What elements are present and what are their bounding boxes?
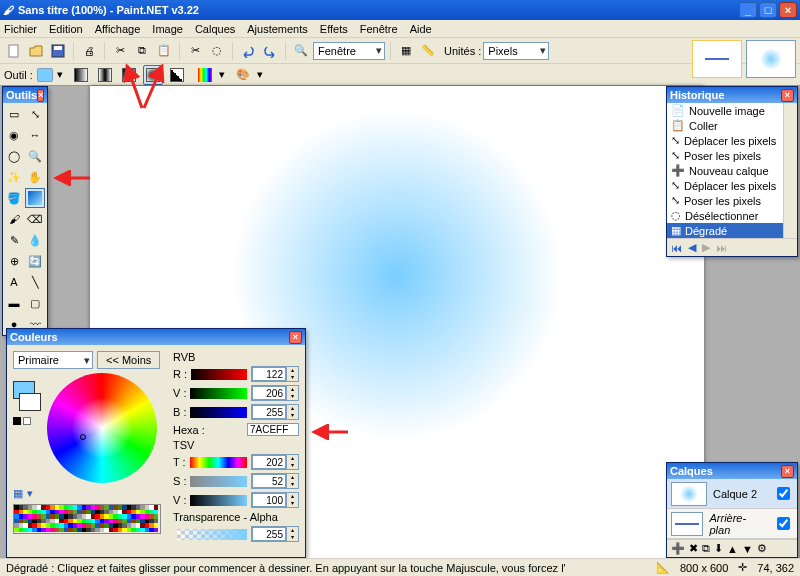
tool-gradient[interactable] — [25, 188, 45, 208]
r-slider[interactable] — [191, 369, 247, 380]
tool-recolor[interactable]: 🔄 — [25, 251, 45, 271]
alpha-slider[interactable] — [177, 529, 247, 540]
save-button[interactable] — [48, 41, 68, 61]
minimize-button[interactable]: _ — [739, 2, 757, 18]
layer-props-icon[interactable]: ⚙ — [757, 542, 767, 555]
tool-rect[interactable]: ▬ — [4, 293, 24, 313]
tool-zoom[interactable]: 🔍 — [25, 146, 45, 166]
t-slider[interactable] — [190, 457, 247, 468]
palette-add-icon[interactable]: ▦ — [13, 487, 23, 500]
history-first-icon[interactable]: ⏮ — [671, 242, 682, 254]
menu-aide[interactable]: Aide — [410, 23, 432, 35]
layer-duplicate-icon[interactable]: ⧉ — [702, 542, 710, 555]
units-dropdown[interactable]: Pixels — [483, 42, 549, 60]
cut-button[interactable]: ✂ — [110, 41, 130, 61]
tool-wand[interactable]: ✨ — [4, 167, 24, 187]
layer-delete-icon[interactable]: ✖ — [689, 542, 698, 555]
s-slider[interactable] — [190, 476, 247, 487]
scrollbar[interactable] — [783, 103, 797, 238]
history-item[interactable]: ⤡Déplacer les pixels — [667, 178, 797, 193]
menu-ajustements[interactable]: Ajustements — [247, 23, 308, 35]
history-item[interactable]: ⤡Poser les pixels — [667, 148, 797, 163]
v-slider[interactable] — [190, 388, 247, 399]
layer-row[interactable]: Calque 2 — [667, 479, 797, 509]
tool-pencil[interactable]: ✎ — [4, 230, 24, 250]
color-wheel[interactable] — [47, 373, 157, 483]
swatch-grid[interactable] — [13, 504, 161, 534]
tool-line[interactable]: ╲ — [25, 272, 45, 292]
vv-input[interactable] — [252, 493, 286, 507]
window-dropdown[interactable]: Fenêtre — [313, 42, 385, 60]
history-item[interactable]: ◌Désélectionner — [667, 208, 797, 223]
undo-button[interactable] — [238, 41, 258, 61]
tool-text[interactable]: A — [4, 272, 24, 292]
gradient-channels[interactable] — [195, 65, 215, 85]
tool-fill[interactable]: 🪣 — [4, 188, 24, 208]
layer-merge-icon[interactable]: ⬇ — [714, 542, 723, 555]
hexa-input[interactable] — [247, 423, 299, 436]
close-icon[interactable]: × — [289, 331, 302, 344]
grid-toggle[interactable]: ▦ — [396, 41, 416, 61]
deselect-button[interactable]: ◌ — [207, 41, 227, 61]
tool-brush[interactable]: 🖌 — [4, 209, 24, 229]
dropdown-caret-icon[interactable]: ▾ — [57, 68, 63, 81]
menu-image[interactable]: Image — [152, 23, 183, 35]
ruler-toggle[interactable]: 📏 — [418, 41, 438, 61]
tool-rect-select[interactable]: ▭ — [4, 104, 24, 124]
layer-visibility-checkbox[interactable] — [777, 517, 790, 530]
vv-slider[interactable] — [190, 495, 247, 506]
close-icon[interactable]: × — [781, 89, 794, 102]
less-button[interactable]: << Moins — [97, 351, 160, 369]
tool-clone[interactable]: ⊕ — [4, 251, 24, 271]
gradient-linear-reflected[interactable] — [95, 65, 115, 85]
redo-button[interactable] — [260, 41, 280, 61]
b-input[interactable] — [252, 405, 286, 419]
layer-up-icon[interactable]: ▲ — [727, 543, 738, 555]
t-input[interactable] — [252, 455, 286, 469]
tool-round-rect[interactable]: ▢ — [25, 293, 45, 313]
close-icon[interactable]: × — [781, 465, 794, 478]
menu-effets[interactable]: Effets — [320, 23, 348, 35]
history-item[interactable]: ⤡Poser les pixels — [667, 193, 797, 208]
new-button[interactable] — [4, 41, 24, 61]
s-input[interactable] — [252, 474, 286, 488]
r-input[interactable] — [252, 367, 286, 381]
paste-button[interactable]: 📋 — [154, 41, 174, 61]
tool-eraser[interactable]: ⌫ — [25, 209, 45, 229]
history-item[interactable]: 📄Nouvelle image — [667, 103, 797, 118]
gradient-linear[interactable] — [71, 65, 91, 85]
v-input[interactable] — [252, 386, 286, 400]
current-tool-swatch[interactable] — [37, 68, 53, 82]
nav-thumb-1[interactable] — [692, 40, 742, 78]
layer-row[interactable]: Arrière-plan — [667, 509, 797, 539]
history-item[interactable]: ⤡Déplacer les pixels — [667, 133, 797, 148]
history-last-icon[interactable]: ⏭ — [716, 242, 727, 254]
menu-affichage[interactable]: Affichage — [95, 23, 141, 35]
print-button[interactable]: 🖨 — [79, 41, 99, 61]
dropdown-caret-icon[interactable]: ▾ — [219, 68, 225, 81]
tool-lasso[interactable]: ◉ — [4, 125, 24, 145]
layer-add-icon[interactable]: ➕ — [671, 542, 685, 555]
palette-manage-icon[interactable]: ▾ — [27, 487, 33, 500]
tool-move-select[interactable]: ⤡ — [25, 104, 45, 124]
layer-down-icon[interactable]: ▼ — [742, 543, 753, 555]
history-item[interactable]: 📋Coller — [667, 118, 797, 133]
layer-visibility-checkbox[interactable] — [777, 487, 790, 500]
menu-fichier[interactable]: Fichier — [4, 23, 37, 35]
menu-calques[interactable]: Calques — [195, 23, 235, 35]
dropdown-caret-icon[interactable]: ▾ — [257, 68, 263, 81]
tool-picker[interactable]: 💧 — [25, 230, 45, 250]
b-slider[interactable] — [190, 407, 247, 418]
secondary-color-swatch[interactable] — [19, 393, 41, 411]
blend-mode[interactable]: 🎨 — [233, 65, 253, 85]
tool-ellipse-select[interactable]: ◯ — [4, 146, 24, 166]
tool-move[interactable]: ↔ — [25, 125, 45, 145]
history-item[interactable]: ➕Nouveau calque — [667, 163, 797, 178]
open-button[interactable] — [26, 41, 46, 61]
alpha-input[interactable] — [252, 527, 286, 541]
copy-button[interactable]: ⧉ — [132, 41, 152, 61]
menu-fenetre[interactable]: Fenêtre — [360, 23, 398, 35]
nav-thumb-2[interactable] — [746, 40, 796, 78]
history-item[interactable]: ▦Dégradé — [667, 223, 797, 238]
maximize-button[interactable]: □ — [759, 2, 777, 18]
